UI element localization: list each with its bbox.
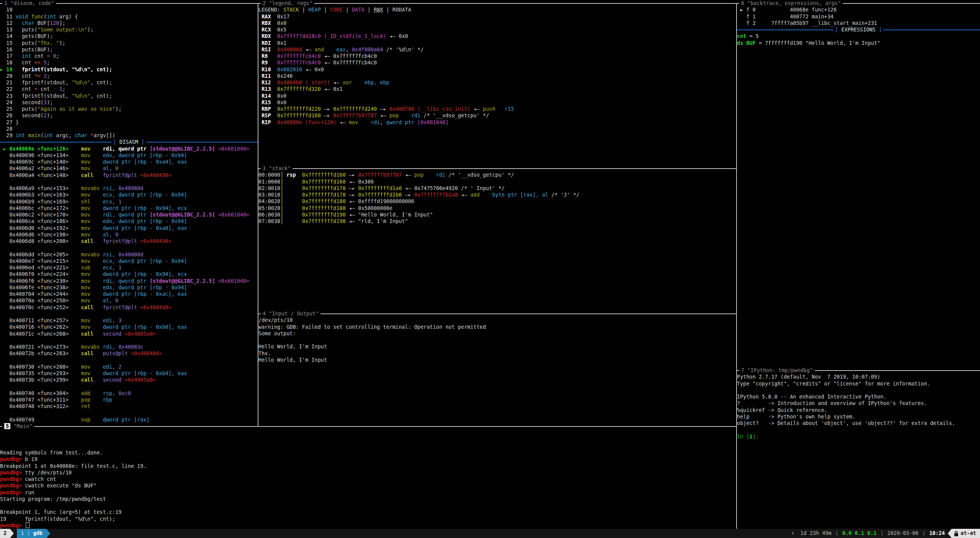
terminal-line: RDX 0x7ffff7dd18c0 (_IO_stdfile_1_lock) … — [258, 33, 736, 39]
terminal-line: ? -> Introduction and overview of IPytho… — [737, 400, 980, 407]
terminal-line: 23 fprintf(stdout, "%d\n", cnt); — [0, 93, 258, 99]
terminal-line: 01:0008│ 0x7fffffffd168 ◂— 0x380 — [258, 179, 736, 185]
pane-title-text: "IPython: tmp/pwndbg" — [747, 367, 813, 373]
terminal-line: f 1 400772 main+34 — [737, 13, 980, 20]
window-tab-gdb[interactable]: 1 ⟩ gdb — [17, 529, 46, 538]
terminal-line: object? -> Details about 'object', use '… — [737, 420, 980, 426]
uptime-text: 1d 23h 49m — [797, 530, 834, 536]
terminal-line: Breakpoint 1 at 0x40068e: file test.c, l… — [0, 463, 736, 469]
terminal-line: 0x400747 <func+311> pop rbp — [0, 397, 258, 403]
terminal-line: 0x400716 <func+262> mov dword ptr [rbp -… — [0, 324, 258, 330]
pane-backtrace-expressions[interactable]: 6 "backtrace, expressions, args" ► f 0 4… — [737, 0, 980, 367]
gdb-console-lines[interactable]: Reading symbols from test...done.pwndbg>… — [0, 430, 736, 529]
status-date: 2020-03-06 — [884, 530, 921, 536]
terminal-line: R9 0x7ffff7fcb4c0 ◂— 0x7ffff7fcb4c0 — [258, 59, 736, 66]
terminal-line: ds BUF = 7fffffffd190 "Hello World, I'm … — [737, 40, 980, 46]
terminal-cursor[interactable] — [26, 522, 30, 528]
pane-input-output[interactable]: 4 "Input / Output" /dev/pts/10warning: G… — [258, 310, 736, 423]
status-right: ↑ 1d 23h 49m ⟨ 0.0 0.1 0.1 ⟨ 2020-03-06 … — [788, 529, 980, 538]
pane-number: 7 — [741, 367, 744, 373]
pane-number-active: 5 — [4, 423, 10, 429]
terminal-line: 06:0030│ 0x7fffffffd190 ◂— "Hello World,… — [258, 212, 736, 218]
terminal-line: 25 puts("Again as it was so nice"); — [0, 106, 258, 112]
terminal-line: 0x4006a9 <func+153> movabs rsi, 0x40080d — [0, 185, 258, 192]
terminal-line: [ DISASM ] — [0, 139, 258, 145]
terminal-line: R13 0x7fffffffd320 ◂— 0x1 — [258, 86, 736, 92]
pane-title-text: "Input / Output" — [269, 310, 319, 317]
window-name: gdb — [33, 530, 42, 536]
terminal-line: 0x4006d8 <func+200> call fprintf@plt <0x… — [0, 238, 258, 244]
backtrace-lines: ► f 0 40068e func+126 f 1 400772 main+34… — [737, 7, 980, 46]
chevron-right-icon: ⟩ — [27, 530, 30, 536]
pane-disasm-code[interactable]: 1 "disasm, code" 10 11 void func(int arg… — [0, 0, 258, 423]
terminal-line: 20 cnt *= 2; — [0, 73, 258, 79]
terminal-line: 11 void func(int arg) { — [0, 13, 258, 20]
terminal-line: 0x4006b3 <func+163> mov ecx, dword ptr [… — [0, 192, 258, 198]
ipython-lines[interactable]: Python 2.7.17 (default, Nov 7 2019, 10:0… — [737, 374, 980, 440]
pane-title-disasm-code: 1 "disasm, code" — [0, 0, 258, 7]
terminal-line — [0, 443, 736, 449]
terminal-line: Thx. — [258, 350, 736, 357]
terminal-line: RSI 0x40080d ◂— and eax, 0x4f000a64 /* '… — [258, 46, 736, 53]
pane-main-gdb-console[interactable]: 5 "Main" Reading symbols from test...don… — [0, 423, 736, 529]
terminal-line: 0x4006ca <func+186> mov edx, dword ptr [… — [0, 218, 258, 225]
terminal-line: ► 0x40068e <func+126> mov rdi, qword ptr… — [0, 146, 258, 152]
terminal-line: 0x4006c2 <func+178> mov rdi, qword ptr [… — [0, 212, 258, 218]
terminal-line: pwndbg> cwatch cnt — [0, 476, 736, 482]
terminal-line: ► f 0 40068e func+126 — [737, 7, 980, 13]
terminal-line — [0, 430, 736, 436]
pane-title-text: "backtrace, expressions, args" — [747, 0, 841, 6]
pane-legend-regs[interactable]: 2 "legend, regs" LEGEND: STACK | HEAP | … — [258, 0, 736, 165]
terminal-line: 00:0000│ rsp 0x7fffffffd160 —▸ 0x7ffff7b… — [258, 172, 736, 178]
pane-stack[interactable]: 3 "stack" 00:0000│ rsp 0x7fffffffd160 —▸… — [258, 165, 736, 310]
terminal-line: ► 19 fprintf(stdout, "%d\n", cnt); — [0, 66, 258, 73]
terminal-line: 0x400748 <func+312> ret — [0, 403, 258, 410]
pane-title-input-output: 4 "Input / Output" — [258, 310, 736, 317]
terminal-line: R10 0x602010 ◂— 0x0 — [258, 66, 736, 73]
tmux-status-bar: 2 1 ⟩ gdb ↑ 1d 23h 49m ⟨ 0.0 0.1 0.1 ⟨ 2… — [0, 529, 980, 538]
terminal-line: LEGEND: STACK | HEAP | CODE | DATA | RWX… — [258, 7, 736, 13]
terminal-line: Hello World, I'm Input — [258, 357, 736, 363]
terminal-line: 0x400740 <func+304> add rsp, 0xc0 — [0, 390, 258, 397]
terminal-line — [0, 436, 736, 443]
terminal-line: Some output: — [258, 330, 736, 337]
hostname-segment: at-at — [952, 529, 980, 538]
terminal-line — [258, 337, 736, 343]
terminal-line: 05:0028│ 0x7fffffffd188 ◂— 0x50000000e — [258, 205, 736, 212]
terminal-line: RAX 0x17 — [258, 13, 736, 20]
angle-separator-icon: ⟨ — [922, 530, 926, 536]
pane-title-text: "Main" — [13, 423, 32, 429]
stack-lines: 00:0000│ rsp 0x7fffffffd160 —▸ 0x7ffff7b… — [258, 172, 736, 225]
pane-ipython[interactable]: 7 "IPython: tmp/pwndbg" Python 2.7.17 (d… — [737, 367, 980, 529]
pane-title-text: "disasm, code" — [10, 0, 54, 6]
terminal-line: warning: GDB: Failed to set controlling … — [258, 324, 736, 330]
terminal-line: /dev/pts/10 — [258, 317, 736, 323]
session-name[interactable]: 2 — [0, 529, 10, 538]
terminal-line: 24 second(3); — [0, 99, 258, 106]
terminal-line: f 2 7ffff7a05b97 __libc_start_main+231 — [737, 20, 980, 26]
terminal-line: 29 int main(int argc, char *argv[]) — [0, 132, 258, 139]
status-left: 2 1 ⟩ gdb — [0, 529, 50, 538]
angle-separator-icon: ⟨ — [880, 530, 884, 536]
powerline-arrow-icon — [46, 529, 50, 538]
pane-title-legend-regs: 2 "legend, regs" — [258, 0, 736, 7]
terminal-line: IPython 5.8.0 -- An enhanced Interactive… — [737, 394, 980, 400]
terminal-line: 13 puts("Some output:\n"); — [0, 26, 258, 33]
terminal-line: 0x400735 <func+293> mov dword ptr [rbp -… — [0, 370, 258, 377]
terminal-line: 0x4006f6 <func+230> mov rdi, qword ptr [… — [0, 278, 258, 284]
terminal-line: Breakpoint 1, func (arg=5) at test.c:19 — [0, 509, 736, 515]
program-output-lines: /dev/pts/10warning: GDB: Failed to set c… — [258, 317, 736, 363]
terminal-line: pwndbg> tty /dev/pts/10 — [0, 469, 736, 476]
registers-lines: LEGEND: STACK | HEAP | CODE | DATA | RWX… — [258, 7, 736, 126]
terminal-line: pwndbg> — [0, 522, 736, 529]
pane-title-backtrace: 6 "backtrace, expressions, args" — [737, 0, 980, 7]
terminal-line: pwndbg> cwatch execute "ds BUF" — [0, 482, 736, 489]
hostname-text: at-at — [960, 530, 976, 536]
terminal-line — [737, 387, 980, 394]
terminal-line: R12 0x4004b0 (_start) ◂— xor ebp, ebp — [258, 79, 736, 86]
terminal-line: 0x4006d6 <func+198> mov al, 0 — [0, 231, 258, 238]
terminal-line: 0x40071c <func+268> call second <0x4005a… — [0, 331, 258, 337]
terminal-line: Hello World, I'm Input — [258, 343, 736, 350]
disasm-code-lines: 10 11 void func(int arg) { 12 char BUF[1… — [0, 7, 258, 423]
terminal-line: [ EXPRESSIONS ] — [737, 26, 980, 33]
